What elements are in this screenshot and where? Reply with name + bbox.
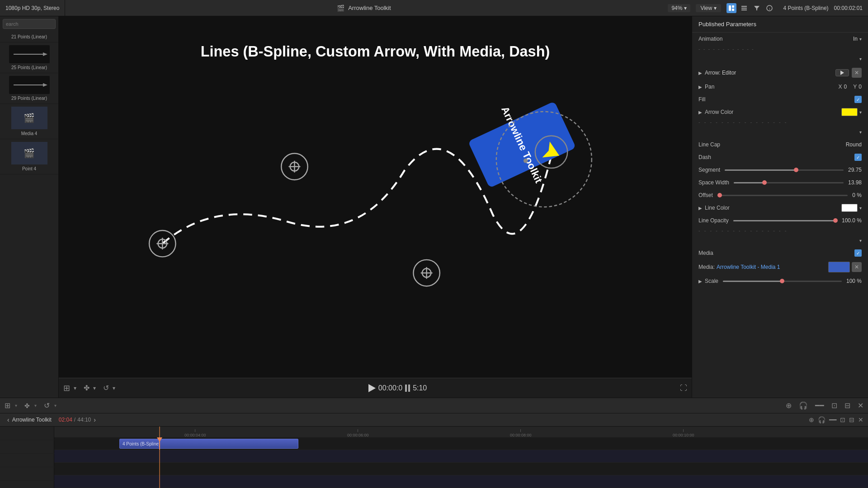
nav-icon-2[interactable]: 🎧 [818, 416, 826, 423]
sidebar-item-label-3: Media 4 [21, 131, 38, 136]
pause-icon[interactable] [405, 385, 410, 392]
space-width-label: Space Width [698, 179, 729, 186]
segment-slider-thumb[interactable] [794, 168, 798, 172]
scale-slider-track[interactable] [723, 281, 842, 282]
editor-play-icon [840, 70, 844, 75]
nav-icon-4[interactable]: ⊡ [840, 416, 845, 423]
timeline-headphones-btn[interactable]: 🎧 [799, 401, 808, 410]
main-area: 21 Points (Linear) 25 Points (Linear) 29… [0, 16, 868, 398]
line-opacity-slider-track[interactable] [733, 220, 837, 221]
media-preview-swatch[interactable] [828, 262, 850, 272]
nav-icon-3[interactable]: ━━ [829, 416, 836, 423]
playhead[interactable] [159, 437, 160, 450]
sidebar-item-3[interactable]: 🎬 Media 4 [0, 104, 58, 139]
nav-prev-arrow[interactable]: ‹ [5, 416, 12, 423]
topbar-right: 94% ▾ View ▾ i 4 Points (B-Spline) 00:00… [662, 3, 868, 13]
nav-total: 44:10 [77, 417, 91, 423]
cb-center: 00:00:0 5:10 [368, 384, 427, 392]
nav-right-icons: ⊕ 🎧 ━━ ⊡ ⊟ ✕ [809, 416, 863, 423]
timeline-zoom-btn[interactable]: ━━ [815, 401, 824, 410]
sidebar-item-4[interactable]: 🎬 Point 4 [0, 139, 58, 174]
sidebar-item-label-4: Point 4 [22, 166, 36, 171]
line-opacity-slider-thumb[interactable] [833, 218, 838, 223]
undo-icon[interactable]: ↺ [103, 384, 109, 392]
top-bar: 1080p HD 30p, Stereo 🎬 Arrowline Toolkit… [0, 0, 868, 16]
search-input[interactable] [3, 19, 56, 29]
view-button[interactable]: View ▾ [696, 4, 721, 12]
line-cap-value: Round [846, 141, 862, 148]
timeline-tool-chevron: ▾ [34, 403, 37, 408]
dash-checkbox[interactable]: ✓ [854, 154, 862, 161]
clip-block-main[interactable]: 4 Points (B-Spline) [119, 439, 298, 449]
space-width-slider-track[interactable] [734, 182, 844, 183]
top-timecode: 00:00:02:01 [834, 5, 863, 11]
tool-icon[interactable]: ✤ [84, 384, 90, 392]
offset-slider-thumb[interactable] [717, 193, 722, 197]
media-section-label: Media [698, 250, 713, 256]
arrow-editor-section[interactable]: ▶ Arrow: Editor ✕ [692, 65, 868, 80]
fill-checkbox[interactable]: ✓ [854, 96, 862, 103]
media-close-btn[interactable]: ✕ [852, 262, 862, 272]
zoom-value: 94% [671, 5, 682, 11]
canvas: Lines (B-Spline, Custom Arrow, With Medi… [59, 16, 692, 398]
track-row-2 [54, 450, 868, 463]
animation-value: In [853, 36, 858, 42]
nav-icon-1[interactable]: ⊕ [809, 416, 814, 423]
space-width-slider-thumb[interactable] [762, 180, 767, 185]
zoom-control[interactable]: 94% ▾ [668, 4, 690, 12]
nav-icon-6[interactable]: ✕ [858, 416, 863, 423]
nav-time: 02:04 [59, 417, 72, 423]
fullscreen-icon[interactable]: ⛶ [680, 384, 687, 392]
inspector-icon[interactable] [726, 3, 736, 13]
arrow-color-swatch[interactable] [841, 108, 858, 116]
panel-icons-group: i [726, 3, 774, 13]
play-button[interactable] [368, 384, 376, 392]
segment-slider-fill [725, 169, 796, 171]
toolkit-name: Arrowline Toolkit [348, 5, 391, 11]
sidebar-item-1[interactable]: 25 Points (Linear) [0, 42, 58, 73]
timeline-extra2[interactable]: ⊟ [844, 401, 850, 410]
scale-slider-thumb[interactable] [780, 279, 784, 283]
sidebar-item-2[interactable]: 29 Points (Linear) [0, 73, 58, 104]
media-checkbox[interactable]: ✓ [854, 249, 862, 257]
list-icon[interactable] [739, 3, 749, 13]
line-opacity-slider-fill [733, 220, 837, 221]
nav-next-arrow[interactable]: › [91, 416, 99, 423]
nav-icon-5[interactable]: ⊟ [849, 416, 854, 423]
offset-value: 0 % [852, 192, 862, 198]
line-color-swatch[interactable] [841, 204, 858, 212]
segment-row: Segment 29.75 [692, 164, 868, 176]
arrow-color-label: Arrow Color [705, 109, 733, 115]
divider-1-arrow[interactable]: ▾ [859, 56, 862, 61]
line-cap-label: Line Cap [698, 141, 720, 148]
scene-svg: Lines (B-Spline, Custom Arrow, With Medi… [59, 16, 692, 398]
divider-3-arrow[interactable]: ▾ [859, 238, 862, 243]
sidebar-item-0[interactable]: 21 Points (Linear) [0, 32, 58, 42]
info-icon[interactable]: i [764, 3, 774, 13]
layout-icon[interactable]: ⊞ [63, 383, 70, 393]
arrow-color-dropdown-icon[interactable]: ▾ [859, 110, 862, 115]
line-color-label: Line Color [705, 205, 730, 211]
timeline-extra1[interactable]: ⊡ [831, 401, 837, 410]
arrow-editor-label: Arrow: Editor [705, 70, 736, 76]
timeline-tool-btn[interactable]: ✤ [24, 402, 30, 409]
line-color-row: ▶ Line Color ▾ [692, 202, 868, 214]
media-thumb-4: 🎬 [11, 142, 47, 164]
editor-close-btn[interactable]: ✕ [852, 68, 862, 78]
line-color-dropdown-icon[interactable]: ▾ [859, 206, 862, 211]
animation-dropdown-icon[interactable]: ▾ [859, 37, 862, 42]
timeline-undo-btn[interactable]: ↺ [44, 401, 50, 410]
timeline-close-btn[interactable]: ✕ [858, 401, 863, 410]
timeline-snap-btn[interactable]: ⊕ [786, 401, 792, 410]
offset-slider-track[interactable] [717, 195, 848, 196]
editor-play-btn[interactable] [835, 69, 849, 76]
arrow-expand-icon: ▶ [698, 70, 702, 75]
divider-2-arrow[interactable]: ▾ [859, 130, 862, 135]
segment-slider-track[interactable] [725, 169, 844, 171]
canvas-playback-bar: ⊞ ▾ ✤ ▾ ↺ ▾ 00:00:0 5:10 ⛶ [59, 378, 692, 398]
timeline-layout-btn[interactable]: ⊞ [5, 401, 10, 410]
animation-row: Animation In ▾ [692, 33, 868, 45]
media-block: Arrowline Toolkit [461, 87, 583, 202]
filter-icon[interactable] [752, 3, 762, 13]
zoom-chevron-icon: ▾ [684, 5, 687, 11]
